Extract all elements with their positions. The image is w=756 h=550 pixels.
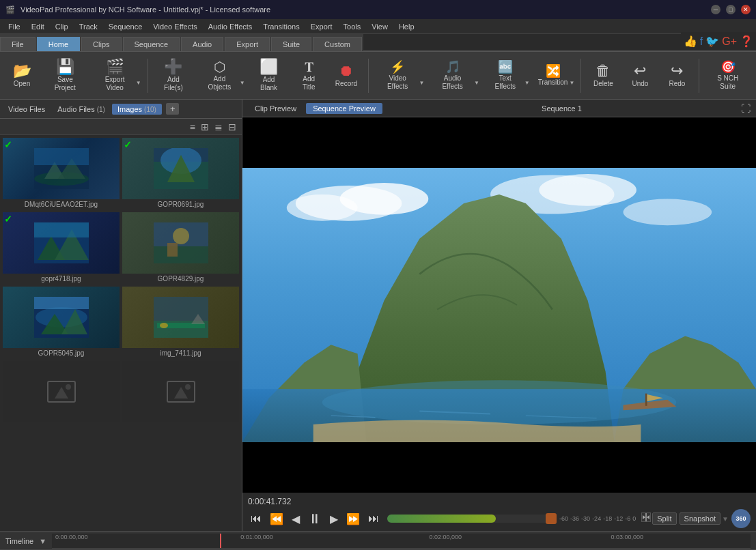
nch-suite-button[interactable]: 🎯 S NCH Suite <box>703 56 752 96</box>
delete-icon: 🗑 <box>596 63 611 78</box>
add-objects-icon: ⬡ <box>214 60 225 74</box>
maximize-button[interactable]: □ <box>726 5 736 14</box>
undo-button[interactable]: ↩ Undo <box>622 56 658 96</box>
thumbnail-8[interactable] <box>122 361 239 425</box>
tab-video-files[interactable]: Video Files <box>3 104 51 115</box>
split-button[interactable]: Split <box>652 512 676 525</box>
add-blank-button[interactable]: ⬜ Add Blank <box>249 56 290 96</box>
open-button[interactable]: 📂 Open <box>4 56 40 96</box>
expand-preview-button[interactable]: ⛶ <box>741 103 751 114</box>
svg-point-14 <box>173 228 189 244</box>
timeline-label: Timeline <box>5 537 33 545</box>
thumbnail-5[interactable]: GOPR5045.jpg <box>3 287 120 358</box>
thumb-label-7 <box>3 422 120 425</box>
add-files-icon: ➕ <box>164 59 182 74</box>
delete-button[interactable]: 🗑 Delete <box>585 56 621 96</box>
save-project-button[interactable]: 💾 Save Project <box>41 56 89 96</box>
title-bar: 🎬 VideoPad Professional by NCH Software … <box>0 0 756 19</box>
check-icon-3: ✓ <box>4 214 12 225</box>
skip-start-button[interactable]: ⏮ <box>248 511 264 526</box>
sequence-preview-tab[interactable]: Sequence Preview <box>306 103 382 114</box>
tab-suite[interactable]: Suite <box>271 37 311 51</box>
add-media-button[interactable]: + <box>166 103 180 115</box>
video-effects-label: Video Effects <box>378 74 417 91</box>
menu-file[interactable]: File <box>3 21 26 32</box>
clip-preview-tab[interactable]: Clip Preview <box>248 103 303 114</box>
export-video-button[interactable]: 🎬 Export Video ▼ <box>91 56 143 96</box>
app-logo-icon: 🎬 <box>5 5 15 14</box>
svg-point-36 <box>287 194 358 221</box>
menu-track[interactable]: Track <box>74 21 103 32</box>
tab-audio[interactable]: Audio <box>181 37 223 51</box>
menu-transitions[interactable]: Transitions <box>257 21 305 32</box>
thumb-label-5: GOPR5045.jpg <box>3 348 120 358</box>
svg-rect-42 <box>645 394 647 406</box>
menu-audio-effects[interactable]: Audio Effects <box>203 21 258 32</box>
tab-images[interactable]: Images (10) <box>112 104 162 115</box>
view-list-button[interactable]: ≣ <box>212 121 225 133</box>
transition-label: Transition <box>538 78 568 87</box>
snapshot-button[interactable]: Snapshot <box>680 512 720 525</box>
open-icon: 📂 <box>13 63 31 78</box>
tab-audio-files[interactable]: Audio Files (1) <box>52 104 111 115</box>
menu-tools[interactable]: Tools <box>338 21 367 32</box>
360-button[interactable]: 360 <box>731 509 751 528</box>
thumbnail-7[interactable] <box>3 361 120 425</box>
add-title-button[interactable]: 𝐓 Add Title <box>291 56 327 96</box>
rewind-button[interactable]: ◀ <box>289 511 303 527</box>
transition-button[interactable]: 🔀 Transition ▼ <box>533 56 577 96</box>
left-panel: Video Files Audio Files (1) Images (10) … <box>0 100 242 531</box>
timecode-2: 0:02:00,000 <box>429 534 462 540</box>
menu-bar: File Edit Clip Track Sequence Video Effe… <box>0 19 756 34</box>
play-pause-button[interactable]: ⏸ <box>305 510 324 528</box>
thumbnails-area: ✓ DMqt6CiUEAAO2ET.jpg ✓ <box>0 135 242 531</box>
menu-export[interactable]: Export <box>305 21 338 32</box>
audio-effects-button[interactable]: 🎵 Audio Effects ▼ <box>428 56 481 96</box>
app-title: VideoPad Professional by NCH Software - … <box>20 5 270 14</box>
menu-clip[interactable]: Clip <box>50 21 74 32</box>
timeline-dropdown-button[interactable]: ▼ <box>39 537 46 545</box>
thumb-label-4: GOPR4829.jpg <box>122 274 239 284</box>
view-grid-button[interactable]: ⊞ <box>198 121 212 133</box>
undo-icon: ↩ <box>634 63 646 78</box>
tab-home[interactable]: Home <box>37 37 80 51</box>
media-tabs: Video Files Audio Files (1) Images (10) … <box>0 100 242 119</box>
snapshot-arrow-icon[interactable]: ▼ <box>722 515 729 523</box>
menu-view[interactable]: View <box>366 21 393 32</box>
close-button[interactable]: ✕ <box>741 5 751 14</box>
tab-file[interactable]: File <box>0 37 36 51</box>
tab-clips[interactable]: Clips <box>81 37 121 51</box>
thumbnail-2[interactable]: ✓ GOPR0691.jpg <box>122 138 239 209</box>
record-button[interactable]: ⏺ Record <box>328 56 364 96</box>
tab-export[interactable]: Export <box>225 37 270 51</box>
add-objects-button[interactable]: ⬡ Add Objects ▼ <box>196 56 247 96</box>
menu-edit[interactable]: Edit <box>26 21 50 32</box>
video-effects-button[interactable]: ⚡ Video Effects ▼ <box>373 56 426 96</box>
skip-end-button[interactable]: ⏭ <box>365 511 382 526</box>
tab-sequence[interactable]: Sequence <box>123 37 180 51</box>
menu-help[interactable]: Help <box>393 21 420 32</box>
thumbnail-3[interactable]: ✓ gopr4718.jpg <box>3 212 120 284</box>
thumbnail-1[interactable]: ✓ DMqt6CiUEAAO2ET.jpg <box>3 138 120 209</box>
view-details-button[interactable]: ⊟ <box>225 121 239 133</box>
text-effects-button[interactable]: 🔤 Text Effects ▼ <box>483 56 532 96</box>
check-icon-2: ✓ <box>124 139 132 150</box>
thumbnail-4[interactable]: GOPR4829.jpg <box>122 212 239 284</box>
tab-custom[interactable]: Custom <box>313 37 362 51</box>
add-files-button[interactable]: ➕ Add File(s) <box>152 56 195 96</box>
forward-button[interactable]: ▶ <box>327 511 341 527</box>
timecode-3: 0:03:00,000 <box>611 534 643 540</box>
export-arrow-icon: ▼ <box>136 80 141 86</box>
thumbnail-6[interactable]: img_7411.jpg <box>122 287 239 358</box>
thumb-label-3: gopr4718.jpg <box>3 274 120 284</box>
menu-video-effects[interactable]: Video Effects <box>148 21 202 32</box>
svg-point-29 <box>66 384 71 390</box>
redo-button[interactable]: ↪ Redo <box>659 56 695 96</box>
prev-frame-button[interactable]: ⏪ <box>267 511 286 527</box>
next-frame-button[interactable]: ⏩ <box>344 511 363 527</box>
view-sort-button[interactable]: ≡ <box>187 121 198 133</box>
minimize-button[interactable]: ─ <box>711 5 720 14</box>
timeline-header: Timeline ▼ 0:00:00,000 0:01:00,000 0:02:… <box>0 532 756 550</box>
thumb-label-6: img_7411.jpg <box>122 348 239 358</box>
menu-sequence[interactable]: Sequence <box>103 21 148 32</box>
